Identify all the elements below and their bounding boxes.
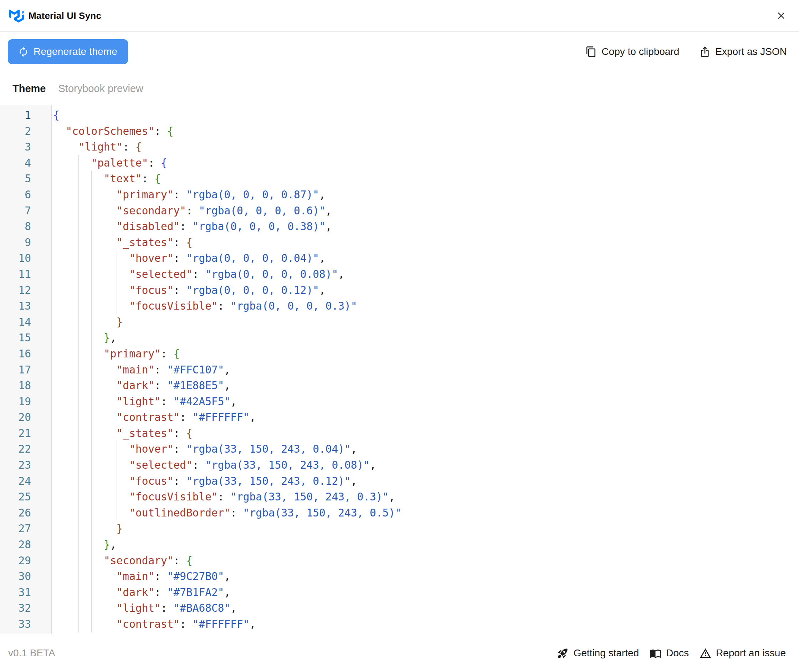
code-line[interactable]: "colorSchemes": { bbox=[53, 123, 799, 139]
indent-guide bbox=[91, 346, 92, 362]
getting-started-label: Getting started bbox=[573, 647, 639, 659]
indent-guide bbox=[104, 505, 104, 521]
code-line[interactable]: "main": "#FFC107", bbox=[53, 362, 799, 378]
line-number: 9 bbox=[0, 235, 51, 251]
code-line[interactable]: "focus": "rgba(0, 0, 0, 0.12)", bbox=[53, 283, 799, 299]
code-line[interactable]: "light": "#BA68C8", bbox=[53, 600, 799, 616]
plugin-header: Material UI Sync bbox=[0, 0, 799, 32]
indent-guide bbox=[66, 250, 66, 266]
line-number: 17 bbox=[0, 362, 51, 378]
code-line[interactable]: "primary": { bbox=[53, 346, 799, 362]
code-line[interactable]: "focusVisible": "rgba(0, 0, 0, 0.3)" bbox=[53, 298, 799, 314]
indent-guide bbox=[66, 616, 66, 632]
export-as-json-button[interactable]: Export as JSON bbox=[699, 46, 787, 58]
code-line[interactable]: "contrast": "#FFFFFF", bbox=[53, 616, 799, 632]
indent-guide bbox=[91, 489, 92, 505]
indent-guide bbox=[78, 346, 79, 362]
line-number: 6 bbox=[0, 187, 51, 203]
indent-guide bbox=[91, 378, 92, 394]
line-number: 23 bbox=[0, 457, 51, 473]
indent-guide bbox=[91, 298, 92, 314]
code-line[interactable]: "disabled": "rgba(0, 0, 0, 0.38)", bbox=[53, 219, 799, 235]
indent-guide bbox=[91, 441, 92, 457]
theme-json-editor[interactable]: 1234567891011121314151617181920212223242… bbox=[0, 105, 799, 634]
indent-guide bbox=[66, 489, 66, 505]
code-line[interactable]: { bbox=[53, 107, 799, 123]
indent-guide bbox=[91, 235, 92, 251]
code-line[interactable]: "dark": "#1E88E5", bbox=[53, 378, 799, 394]
version-label: v0.1 BETA bbox=[8, 647, 55, 659]
indent-guide bbox=[78, 394, 79, 410]
code-line[interactable]: "_states": { bbox=[53, 235, 799, 251]
tab-bar: Theme Storybook preview bbox=[0, 72, 799, 105]
indent-guide bbox=[66, 457, 66, 473]
indent-guide bbox=[78, 585, 79, 601]
code-line[interactable]: "outlinedBorder": "rgba(33, 150, 243, 0.… bbox=[53, 505, 799, 521]
code-line[interactable]: }, bbox=[53, 330, 799, 346]
indent-guide bbox=[78, 203, 79, 219]
indent-guide bbox=[78, 266, 79, 283]
regenerate-theme-label: Regenerate theme bbox=[34, 46, 117, 58]
indent-guide bbox=[104, 250, 104, 266]
indent-guide bbox=[91, 426, 92, 442]
indent-guide bbox=[91, 505, 92, 521]
report-issue-label: Report an issue bbox=[716, 647, 786, 659]
code-line[interactable]: "dark": "#7B1FA2", bbox=[53, 585, 799, 601]
indent-guide bbox=[104, 457, 104, 473]
code-line[interactable]: "focusVisible": "rgba(33, 150, 243, 0.3)… bbox=[53, 489, 799, 505]
getting-started-link[interactable]: Getting started bbox=[557, 647, 639, 659]
code-line[interactable]: "main": "#9C27B0", bbox=[53, 568, 799, 585]
code-line[interactable]: "primary": "rgba(0, 0, 0, 0.87)", bbox=[53, 187, 799, 203]
code-line[interactable]: "secondary": { bbox=[53, 553, 799, 569]
indent-guide bbox=[66, 155, 66, 171]
copy-to-clipboard-button[interactable]: Copy to clipboard bbox=[585, 46, 679, 58]
indent-guide bbox=[66, 537, 66, 553]
code-line[interactable]: "palette": { bbox=[53, 155, 799, 171]
report-issue-link[interactable]: Report an issue bbox=[700, 647, 786, 659]
line-number: 18 bbox=[0, 378, 51, 394]
tab-storybook-preview[interactable]: Storybook preview bbox=[58, 83, 143, 94]
code-line[interactable]: "selected": "rgba(33, 150, 243, 0.08)", bbox=[53, 457, 799, 473]
code-line[interactable]: "selected": "rgba(0, 0, 0, 0.08)", bbox=[53, 266, 799, 283]
indent-guide bbox=[78, 314, 79, 330]
code-area[interactable]: { "colorSchemes": { "light": { "palette"… bbox=[52, 105, 799, 634]
code-line[interactable]: } bbox=[53, 521, 799, 537]
indent-guide bbox=[104, 585, 104, 601]
indent-guide bbox=[66, 203, 66, 219]
rocket-icon bbox=[557, 647, 569, 659]
regenerate-theme-button[interactable]: Regenerate theme bbox=[8, 39, 128, 64]
code-line[interactable]: "text": { bbox=[53, 171, 799, 187]
indent-guide bbox=[104, 426, 104, 442]
indent-guide bbox=[91, 250, 92, 266]
indent-guide bbox=[78, 426, 79, 442]
line-number: 22 bbox=[0, 441, 51, 457]
code-line[interactable]: "light": { bbox=[53, 139, 799, 155]
line-number: 32 bbox=[0, 600, 51, 616]
code-line[interactable]: "secondary": "rgba(0, 0, 0, 0.6)", bbox=[53, 203, 799, 219]
code-line[interactable]: "hover": "rgba(0, 0, 0, 0.04)", bbox=[53, 250, 799, 266]
code-line[interactable]: "hover": "rgba(33, 150, 243, 0.04)", bbox=[53, 441, 799, 457]
export-as-json-label: Export as JSON bbox=[715, 46, 787, 58]
code-line[interactable]: "contrast": "#FFFFFF", bbox=[53, 410, 799, 426]
line-number: 7 bbox=[0, 203, 51, 219]
code-line[interactable]: "_states": { bbox=[53, 426, 799, 442]
code-line[interactable]: }, bbox=[53, 537, 799, 553]
line-number: 4 bbox=[0, 155, 51, 171]
docs-link[interactable]: Docs bbox=[650, 647, 689, 659]
toolbar: Regenerate theme Copy to clipboard Expor… bbox=[0, 32, 799, 72]
sync-icon bbox=[18, 46, 29, 58]
code-line[interactable]: "light": "#42A5F5", bbox=[53, 394, 799, 410]
warning-icon bbox=[700, 647, 711, 659]
code-line[interactable]: } bbox=[53, 314, 799, 330]
indent-guide bbox=[91, 314, 92, 330]
line-number: 14 bbox=[0, 314, 51, 330]
indent-guide bbox=[91, 600, 92, 616]
indent-guide bbox=[104, 473, 104, 490]
line-number: 31 bbox=[0, 585, 51, 601]
code-line[interactable]: "focus": "rgba(33, 150, 243, 0.12)", bbox=[53, 473, 799, 490]
indent-guide bbox=[66, 505, 66, 521]
tab-theme[interactable]: Theme bbox=[13, 83, 46, 94]
indent-guide bbox=[104, 203, 104, 219]
close-button[interactable] bbox=[773, 8, 789, 24]
indent-guide bbox=[66, 394, 66, 410]
